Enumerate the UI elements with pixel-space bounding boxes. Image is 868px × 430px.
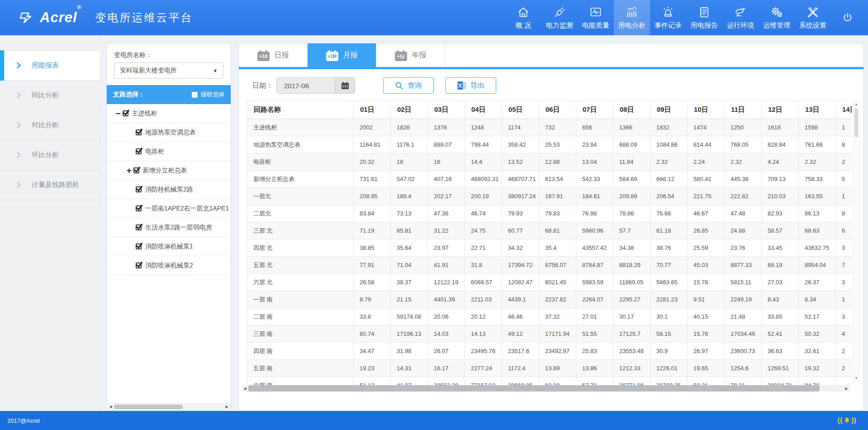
sidebar-item-mom-analysis[interactable]: 环比分析 bbox=[0, 140, 100, 170]
nav-item-energy-report[interactable]: 用电报告 bbox=[686, 0, 722, 35]
tree-item[interactable]: 一层南1APE2右一层北1APE1 bbox=[107, 199, 231, 218]
value-cell: 19.23 bbox=[354, 360, 391, 377]
value-cell: 71.19 bbox=[354, 222, 391, 239]
date-picker-button[interactable] bbox=[335, 78, 355, 93]
logout-button[interactable] bbox=[831, 12, 864, 24]
scrollbar-thumb[interactable] bbox=[248, 385, 820, 392]
tab-label: 日报 bbox=[275, 51, 289, 60]
value-cell: 28700.25 bbox=[650, 377, 688, 387]
tree-item[interactable]: −主进线柜 bbox=[107, 104, 231, 123]
app-title: 变电所运维云平台 bbox=[95, 10, 193, 25]
value-cell: 4401.39 bbox=[428, 291, 465, 308]
value-cell: 83.84 bbox=[354, 205, 391, 222]
expand-icon[interactable]: + bbox=[127, 167, 132, 175]
cascade-checkbox[interactable]: 级联选择 bbox=[192, 91, 224, 99]
table-row: 二层 南33.859174.0820.0620.1246.4637.3227.0… bbox=[247, 308, 852, 325]
top-header: Acrel® 变电所运维云平台 概 况电力监测电能质量用电分析事件记录用电报告运… bbox=[0, 0, 868, 35]
checkbox-checked-icon[interactable] bbox=[136, 244, 142, 249]
value-cell: 547.02 bbox=[391, 171, 428, 188]
checkbox-checked-icon[interactable] bbox=[136, 148, 142, 154]
value-cell: 709.13 bbox=[762, 171, 799, 188]
table-horizontal-scrollbar[interactable]: ◀ ▶ bbox=[242, 385, 850, 392]
checkbox-checked-icon[interactable] bbox=[136, 263, 142, 268]
nav-item-system-settings[interactable]: 系统设置 bbox=[795, 0, 831, 35]
value-cell: 52.41 bbox=[762, 325, 799, 343]
checkbox-checked-icon[interactable] bbox=[133, 167, 139, 173]
scroll-left-icon[interactable]: ◀ bbox=[242, 387, 248, 391]
checkbox-checked-icon[interactable] bbox=[136, 225, 142, 230]
value-cell: 21.48 bbox=[725, 308, 762, 325]
calendar-icon bbox=[341, 81, 349, 90]
value-cell: 1164.81 bbox=[354, 136, 391, 153]
table-vertical-scrollbar[interactable]: ▲ ▼ bbox=[853, 100, 859, 382]
query-button[interactable]: 查询 bbox=[383, 77, 434, 94]
col-header-day: 06日 bbox=[539, 100, 576, 119]
scrollbar-thumb[interactable] bbox=[114, 405, 183, 409]
collapse-icon[interactable]: − bbox=[116, 110, 121, 118]
value-cell: 79.83 bbox=[539, 205, 576, 222]
checkbox-checked-icon[interactable] bbox=[136, 205, 142, 211]
value-cell: 1366 bbox=[613, 119, 650, 136]
value-cell: 380917.24 bbox=[502, 188, 539, 205]
tab-yearly[interactable]: +1y年报 bbox=[376, 43, 445, 67]
value-cell: 8.79 bbox=[354, 291, 391, 308]
date-input[interactable]: 2017-06 bbox=[277, 78, 335, 93]
checkbox-checked-icon[interactable] bbox=[123, 110, 128, 116]
value-cell: 68.81 bbox=[539, 222, 576, 239]
scroll-up-icon[interactable]: ▲ bbox=[854, 102, 859, 106]
tree-item[interactable]: +新增分立柜总表 bbox=[107, 161, 231, 180]
nav-item-environment[interactable]: 运行环境 bbox=[722, 0, 759, 35]
tab-monthly[interactable]: +1M月报 bbox=[308, 43, 376, 67]
circuit-name-cell: 主进线柜 bbox=[247, 119, 354, 136]
sidebar-item-energy-report[interactable]: 用能报表 bbox=[0, 51, 100, 81]
nav-item-power-monitor[interactable]: 电力监测 bbox=[541, 0, 578, 35]
bell-arc-left: (( bbox=[837, 416, 842, 425]
tree-item[interactable]: 消防喷淋机械泵2 bbox=[107, 256, 231, 275]
scroll-right-icon[interactable]: ▶ bbox=[843, 387, 850, 391]
scrollbar-thumb[interactable] bbox=[854, 108, 858, 137]
nav-item-overview[interactable]: 概 况 bbox=[505, 0, 541, 35]
power-icon bbox=[842, 12, 854, 24]
table-row: 三层 南80.7417196.1314.0314.1349.1217171.94… bbox=[247, 325, 852, 343]
tree-item[interactable]: 地源热泵空调总表 bbox=[107, 123, 231, 142]
nav-item-energy-analysis[interactable]: 用电分析 bbox=[614, 0, 650, 35]
tree-horizontal-scrollbar[interactable]: ◀ ▶ bbox=[107, 403, 230, 410]
nav-item-power-quality[interactable]: 电能质量 bbox=[578, 0, 614, 35]
table-row: 六层 南51.1341.9728553.2877157.0228669.8560… bbox=[247, 377, 852, 387]
scroll-down-icon[interactable]: ▼ bbox=[854, 376, 859, 380]
value-cell: 24.88 bbox=[725, 222, 762, 239]
scroll-right-icon[interactable]: ▶ bbox=[223, 405, 230, 409]
value-cell: 814.44 bbox=[688, 136, 725, 153]
tree-item[interactable]: 消防栓机械泵2路 bbox=[107, 180, 231, 199]
tree-item-label: 消防喷淋机械泵2 bbox=[145, 262, 193, 270]
checkbox-checked-icon[interactable] bbox=[136, 186, 142, 192]
checkbox-checked-icon[interactable] bbox=[136, 129, 142, 135]
value-cell bbox=[836, 377, 852, 387]
value-cell: 77157.02 bbox=[465, 377, 502, 387]
col-header-day: 02日 bbox=[391, 100, 428, 119]
tab-daily[interactable]: +1d日报 bbox=[239, 43, 308, 67]
notification-bell-button[interactable]: (( )) bbox=[837, 416, 856, 425]
tree-item[interactable]: 消防喷淋机械泵1 bbox=[107, 237, 231, 256]
col-header-day: 13日 bbox=[799, 100, 836, 119]
sidebar-item-comparison-analysis[interactable]: 对比分析 bbox=[0, 110, 100, 140]
tree-item[interactable]: 生活水泵2路一层弱电房 bbox=[107, 218, 231, 237]
nav-item-label: 系统设置 bbox=[799, 21, 826, 30]
value-cell: 28771.86 bbox=[613, 377, 650, 387]
value-cell: 2237.82 bbox=[539, 291, 576, 308]
station-select[interactable]: 安科瑞新大楼变电所 ▼ bbox=[114, 62, 223, 79]
value-cell: 163.55 bbox=[799, 188, 836, 205]
value-cell: 542.33 bbox=[576, 171, 613, 188]
export-button[interactable]: 导出 bbox=[446, 77, 496, 94]
value-cell: 14.03 bbox=[428, 325, 465, 343]
sidebar-item-yoy-analysis[interactable]: 同比分析 bbox=[0, 81, 100, 110]
nav-item-om-management[interactable]: 运维管理 bbox=[759, 0, 795, 35]
scroll-left-icon[interactable]: ◀ bbox=[107, 405, 114, 409]
value-cell: 210.03 bbox=[762, 188, 799, 205]
sidebar-item-metering-line-loss[interactable]: 计量及线路损耗 bbox=[0, 170, 100, 200]
value-cell: 25.83 bbox=[576, 343, 613, 360]
nav-item-event-log[interactable]: 事件记录 bbox=[650, 0, 686, 35]
value-cell: 1832 bbox=[650, 119, 688, 136]
value-cell: 41.97 bbox=[391, 377, 428, 387]
tree-item[interactable]: 电容柜 bbox=[107, 142, 231, 161]
